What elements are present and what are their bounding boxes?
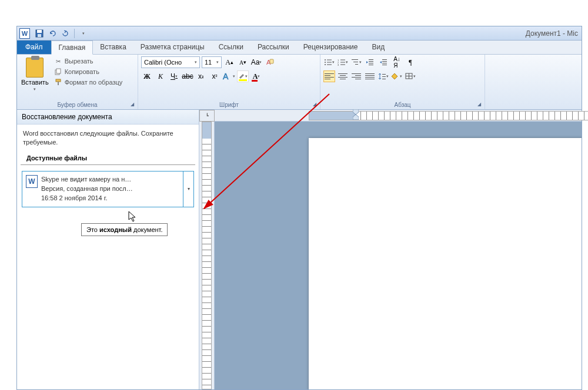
dialog-launcher-icon[interactable]: ◢ <box>129 100 136 107</box>
group-paragraph: ▾ 123▾ ▾ А↓Я <box>320 55 485 109</box>
recovery-description: Word восстановил следующие файлы. Сохран… <box>17 125 199 152</box>
undo-icon[interactable] <box>46 28 58 39</box>
recovery-item-dropdown[interactable]: ▾ <box>183 172 193 207</box>
dialog-launcher-icon[interactable]: ◢ <box>311 100 318 107</box>
document-recovery-pane: Восстановление документа Word восстанови… <box>17 110 199 389</box>
bold-button[interactable]: Ж <box>141 70 153 82</box>
format-painter-label: Формат по образцу <box>65 79 123 86</box>
font-color-button[interactable]: A ▾ <box>250 70 262 82</box>
recovery-item-line1: Skype не видит камеру на н… <box>41 175 190 184</box>
text-effects-button[interactable]: A▾ <box>222 70 235 82</box>
cut-button[interactable]: ✂ Вырезать <box>52 56 125 66</box>
recovery-item-line2: Версия, созданная при посл… <box>41 184 190 194</box>
paste-button[interactable]: Вставить ▾ <box>20 56 50 93</box>
svg-rect-28 <box>369 65 373 65</box>
font-name-value: Calibri (Осно <box>144 59 182 66</box>
highlight-button[interactable]: ▾ <box>237 70 249 82</box>
word-doc-icon: W <box>26 175 38 188</box>
svg-rect-25 <box>369 59 373 60</box>
svg-rect-23 <box>353 62 358 62</box>
save-icon[interactable] <box>34 28 45 39</box>
borders-button[interactable]: ▾ <box>405 70 416 82</box>
svg-rect-31 <box>382 63 387 63</box>
svg-rect-4 <box>56 69 61 73</box>
tab-view[interactable]: Вид <box>365 40 392 54</box>
align-justify-button[interactable] <box>364 70 376 82</box>
sort-button[interactable]: А↓Я <box>391 56 403 68</box>
recovery-item[interactable]: W Skype не видит камеру на н… Версия, со… <box>22 171 194 207</box>
content-area: Восстановление документа Word восстанови… <box>17 110 582 389</box>
chevron-down-icon: ▾ <box>195 60 197 65</box>
svg-rect-35 <box>382 79 386 79</box>
recovery-title: Восстановление документа <box>17 110 199 125</box>
grow-font-button[interactable]: A▴ <box>223 56 235 68</box>
tab-review[interactable]: Рецензирование <box>296 40 365 54</box>
tooltip-bold: исходный <box>99 226 132 233</box>
multilevel-list-button[interactable]: ▾ <box>350 56 362 68</box>
subscript-button[interactable]: x₂ <box>195 70 207 82</box>
svg-text:A: A <box>223 72 229 81</box>
format-painter-button[interactable]: Формат по образцу <box>52 78 125 87</box>
chevron-down-icon: ▾ <box>216 60 219 65</box>
line-spacing-button[interactable]: ▾ <box>377 70 389 82</box>
vertical-ruler[interactable] <box>199 122 215 389</box>
tab-pagelayout[interactable]: Разметка страницы <box>133 40 212 54</box>
bullets-button[interactable]: ▾ <box>323 56 335 68</box>
increase-indent-button[interactable] <box>377 56 389 68</box>
align-left-button[interactable] <box>323 70 335 82</box>
show-marks-button[interactable]: ¶ <box>405 56 416 68</box>
horizontal-ruler[interactable] <box>215 110 582 122</box>
tab-references[interactable]: Ссылки <box>212 40 250 54</box>
decrease-indent-button[interactable] <box>364 56 376 68</box>
recovery-item-text: Skype не видит камеру на н… Версия, созд… <box>41 175 190 203</box>
superscript-button[interactable]: x² <box>209 70 220 82</box>
tab-home[interactable]: Главная <box>51 41 93 55</box>
document-canvas[interactable] <box>215 122 582 389</box>
svg-rect-17 <box>340 60 345 60</box>
paste-icon <box>26 58 44 78</box>
qat-customize-icon[interactable]: ▾ <box>78 28 89 39</box>
svg-point-10 <box>325 59 326 60</box>
italic-button[interactable]: К <box>155 70 166 82</box>
svg-rect-34 <box>382 76 386 77</box>
change-case-button[interactable]: Aa▾ <box>250 56 262 68</box>
group-clipboard: Вставить ▾ ✂ Вырезать Копировать <box>17 55 138 109</box>
align-center-button[interactable] <box>337 70 349 82</box>
ruler-corner[interactable]: ┗ <box>199 110 215 122</box>
copy-button[interactable]: Копировать <box>52 67 125 76</box>
numbering-button[interactable]: 123▾ <box>337 56 349 68</box>
dialog-launcher-icon[interactable]: ◢ <box>476 100 483 107</box>
font-name-combo[interactable]: Calibri (Осно ▾ <box>141 56 200 68</box>
svg-rect-33 <box>382 74 386 75</box>
clear-formatting-button[interactable]: A <box>264 56 276 68</box>
group-label-font: Шрифт <box>141 100 317 109</box>
svg-rect-11 <box>327 60 332 60</box>
font-size-combo[interactable]: 11 ▾ <box>202 56 222 68</box>
indent-marker-icon[interactable] <box>353 109 359 120</box>
word-app-icon[interactable]: W <box>19 28 30 39</box>
group-font: Calibri (Осно ▾ 11 ▾ A▴ A▾ Aa▾ A <box>138 55 320 109</box>
svg-rect-8 <box>270 59 273 63</box>
brush-icon <box>54 78 62 86</box>
svg-rect-30 <box>382 61 387 62</box>
ribbon-tabs: Файл Главная Вставка Разметка страницы С… <box>17 41 582 55</box>
page[interactable] <box>309 138 582 389</box>
svg-rect-32 <box>382 65 387 65</box>
svg-point-14 <box>325 64 326 65</box>
tab-insert[interactable]: Вставка <box>93 40 133 54</box>
paste-label: Вставить <box>21 79 49 86</box>
strikethrough-button[interactable]: abc <box>182 70 193 82</box>
svg-rect-21 <box>340 65 345 65</box>
underline-button[interactable]: Ч▾ <box>168 70 180 82</box>
shrink-font-button[interactable]: A▾ <box>237 56 249 68</box>
align-right-button[interactable] <box>350 70 362 82</box>
quick-access-toolbar: ▾ <box>34 28 89 39</box>
cut-label: Вырезать <box>65 58 93 65</box>
svg-rect-24 <box>355 64 358 65</box>
tab-mailings[interactable]: Рассылки <box>250 40 296 54</box>
svg-rect-29 <box>382 59 387 60</box>
shading-button[interactable]: ▾ <box>391 70 403 82</box>
ribbon: Вставить ▾ ✂ Вырезать Копировать <box>17 55 582 110</box>
redo-icon[interactable] <box>59 28 71 39</box>
file-tab[interactable]: Файл <box>17 40 51 54</box>
